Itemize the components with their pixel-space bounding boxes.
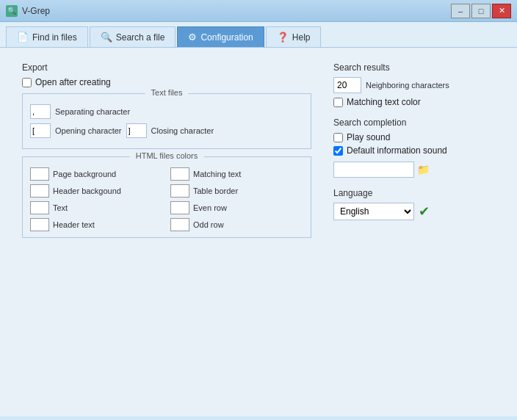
minimize-button[interactable]: – — [451, 4, 470, 18]
opening-character-label: Opening character — [55, 126, 122, 135]
closing-character-input[interactable] — [126, 123, 147, 138]
browse-sound-icon[interactable]: 📁 — [417, 164, 430, 175]
separating-character-input[interactable] — [30, 104, 51, 119]
tab-configuration-label: Configuration — [200, 32, 253, 43]
language-title: Language — [333, 188, 495, 198]
open-after-creating-checkbox[interactable] — [22, 78, 32, 87]
matching-text-label: Matching text — [193, 170, 241, 178]
table-border-swatch[interactable] — [170, 184, 189, 198]
page-background-swatch[interactable] — [30, 167, 49, 181]
text-label: Text — [53, 203, 68, 212]
close-button[interactable]: ✕ — [492, 4, 511, 18]
title-bar-controls: – □ ✕ — [451, 4, 511, 18]
search-completion-section: Search completion Play sound Default inf… — [333, 117, 495, 178]
right-panel: Search results Neighboring characters Ma… — [333, 62, 495, 402]
help-icon: ❓ — [277, 32, 289, 43]
text-row: Text — [30, 201, 163, 214]
sound-path-input[interactable] — [333, 162, 414, 178]
odd-row-row: Odd row — [170, 218, 303, 231]
header-text-swatch[interactable] — [30, 218, 49, 231]
default-sound-row: Default information sound — [333, 145, 495, 156]
tab-search-a-file[interactable]: 🔍 Search a file — [90, 26, 176, 47]
text-files-group: Text files Separating character Opening … — [22, 93, 311, 149]
neighboring-characters-input[interactable] — [333, 77, 361, 93]
separating-character-row: Separating character — [30, 104, 303, 119]
text-swatch[interactable] — [30, 201, 49, 214]
maximize-button[interactable]: □ — [471, 4, 491, 18]
tab-search-a-file-label: Search a file — [116, 32, 165, 43]
table-border-row: Table border — [170, 184, 303, 198]
html-legend: HTML files colors — [130, 151, 204, 160]
apply-language-icon[interactable]: ✔ — [419, 203, 430, 220]
title-bar-left: 🔍 V-Grep — [6, 5, 50, 17]
page-background-label: Page background — [53, 170, 116, 178]
closing-character-label: Closing character — [151, 126, 214, 135]
matching-text-color-label: Matching text color — [347, 97, 421, 107]
matching-text-color-checkbox[interactable] — [333, 98, 343, 107]
header-background-row: Header backgound — [30, 184, 163, 198]
left-panel: Export Open after creating Text files Se… — [22, 62, 311, 402]
header-text-label: Header text — [53, 220, 95, 229]
open-after-creating-row: Open after creating — [22, 77, 311, 87]
html-files-group: HTML files colors Page background Matchi… — [22, 156, 311, 238]
play-sound-row: Play sound — [333, 132, 495, 142]
odd-row-swatch[interactable] — [170, 218, 189, 231]
search-completion-title: Search completion — [333, 117, 495, 128]
search-a-file-icon: 🔍 — [101, 32, 112, 43]
tab-find-in-files[interactable]: 📄 Find in files — [6, 26, 88, 47]
matching-text-row: Matching text — [170, 167, 303, 181]
tab-help[interactable]: ❓ Help — [266, 26, 322, 47]
neighboring-characters-row: Neighboring characters — [333, 77, 495, 93]
even-row-row: Even row — [170, 201, 303, 214]
app-icon: 🔍 — [6, 5, 18, 17]
neighboring-characters-label: Neighboring characters — [366, 81, 449, 90]
tab-bar: 📄 Find in files 🔍 Search a file ⚙ Config… — [0, 22, 517, 48]
default-sound-label: Default information sound — [347, 145, 447, 156]
window-title: V-Grep — [22, 6, 50, 16]
find-in-files-icon: 📄 — [17, 32, 29, 43]
separating-character-label: Separating character — [55, 107, 130, 116]
matching-text-color-row: Matching text color — [333, 97, 495, 107]
title-bar: 🔍 V-Grep – □ ✕ — [0, 0, 517, 22]
table-border-label: Table border — [193, 187, 238, 195]
configuration-icon: ⚙ — [188, 32, 197, 43]
color-grid: Page background Matching text Header bac… — [30, 167, 303, 231]
language-row: English French German Spanish ✔ — [333, 203, 495, 220]
default-sound-checkbox[interactable] — [333, 146, 343, 156]
opening-character-input[interactable] — [30, 123, 51, 138]
page-background-row: Page background — [30, 167, 163, 181]
sound-path-row: 📁 — [333, 162, 495, 178]
header-background-label: Header backgound — [53, 187, 121, 195]
tab-help-label: Help — [292, 32, 311, 43]
export-label: Export — [22, 62, 311, 73]
opening-character-row: Opening character Closing character — [30, 123, 303, 138]
header-background-swatch[interactable] — [30, 184, 49, 198]
odd-row-label: Odd row — [193, 220, 224, 229]
language-section: Language English French German Spanish ✔ — [333, 188, 495, 220]
main-content: Export Open after creating Text files Se… — [0, 48, 517, 416]
tab-configuration[interactable]: ⚙ Configuration — [177, 26, 264, 47]
search-results-title: Search results — [333, 62, 495, 73]
play-sound-label: Play sound — [347, 132, 390, 142]
tab-find-in-files-label: Find in files — [32, 32, 77, 43]
matching-text-swatch[interactable] — [170, 167, 189, 181]
text-files-legend: Text files — [145, 88, 189, 97]
open-after-creating-label: Open after creating — [35, 77, 111, 87]
search-results-section: Search results Neighboring characters Ma… — [333, 62, 495, 107]
even-row-label: Even row — [193, 203, 227, 212]
header-text-row: Header text — [30, 218, 163, 231]
language-select[interactable]: English French German Spanish — [333, 203, 414, 220]
play-sound-checkbox[interactable] — [333, 133, 343, 142]
even-row-swatch[interactable] — [170, 201, 189, 214]
